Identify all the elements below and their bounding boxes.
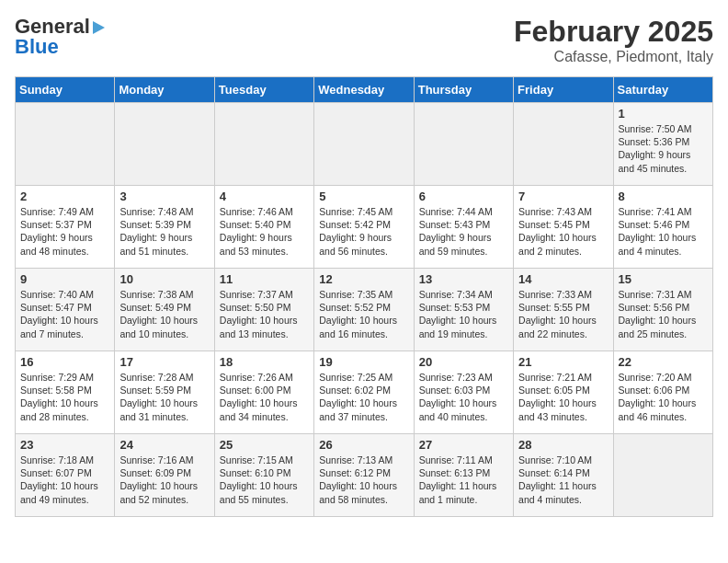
calendar-title: February 2025 [514, 15, 713, 49]
day-number: 12 [319, 272, 408, 286]
day-info: Sunrise: 7:34 AM Sunset: 5:53 PM Dayligh… [419, 288, 508, 340]
day-info: Sunrise: 7:26 AM Sunset: 6:00 PM Dayligh… [220, 371, 309, 423]
calendar-cell: 28Sunrise: 7:10 AM Sunset: 6:14 PM Dayli… [514, 434, 613, 517]
calendar-cell: 18Sunrise: 7:26 AM Sunset: 6:00 PM Dayli… [214, 351, 313, 434]
calendar-cell: 1Sunrise: 7:50 AM Sunset: 5:36 PM Daylig… [613, 103, 712, 186]
day-info: Sunrise: 7:11 AM Sunset: 6:13 PM Dayligh… [419, 454, 508, 506]
day-number: 25 [220, 438, 309, 452]
day-number: 16 [20, 355, 109, 369]
calendar-week-row: 1Sunrise: 7:50 AM Sunset: 5:36 PM Daylig… [16, 103, 713, 186]
calendar-cell: 26Sunrise: 7:13 AM Sunset: 6:12 PM Dayli… [314, 434, 414, 517]
day-info: Sunrise: 7:18 AM Sunset: 6:07 PM Dayligh… [20, 454, 109, 506]
calendar-cell [514, 103, 613, 186]
calendar-cell: 24Sunrise: 7:16 AM Sunset: 6:09 PM Dayli… [115, 434, 214, 517]
day-number: 2 [20, 190, 109, 203]
calendar-week-row: 23Sunrise: 7:18 AM Sunset: 6:07 PM Dayli… [16, 434, 713, 517]
day-number: 28 [518, 438, 608, 452]
day-of-week-header: Thursday [414, 77, 513, 103]
day-number: 11 [220, 272, 309, 286]
calendar-cell [115, 103, 214, 186]
calendar-cell: 4Sunrise: 7:46 AM Sunset: 5:40 PM Daylig… [214, 186, 313, 269]
calendar-cell [214, 103, 313, 186]
calendar-cell: 6Sunrise: 7:44 AM Sunset: 5:43 PM Daylig… [414, 186, 513, 269]
day-info: Sunrise: 7:31 AM Sunset: 5:56 PM Dayligh… [619, 288, 708, 340]
day-info: Sunrise: 7:44 AM Sunset: 5:43 PM Dayligh… [419, 205, 508, 258]
calendar-cell [414, 103, 513, 186]
day-info: Sunrise: 7:40 AM Sunset: 5:47 PM Dayligh… [20, 288, 109, 340]
day-of-week-header: Wednesday [314, 77, 414, 103]
calendar-cell: 16Sunrise: 7:29 AM Sunset: 5:58 PM Dayli… [16, 351, 115, 434]
day-number: 27 [419, 438, 508, 452]
calendar-cell [314, 103, 414, 186]
day-info: Sunrise: 7:45 AM Sunset: 5:42 PM Dayligh… [319, 205, 408, 258]
day-number: 14 [518, 272, 608, 286]
day-info: Sunrise: 7:20 AM Sunset: 6:06 PM Dayligh… [619, 371, 708, 423]
day-number: 23 [20, 438, 109, 452]
calendar-cell: 19Sunrise: 7:25 AM Sunset: 6:02 PM Dayli… [314, 351, 414, 434]
day-info: Sunrise: 7:50 AM Sunset: 5:36 PM Dayligh… [619, 122, 708, 175]
day-of-week-header: Sunday [16, 77, 115, 103]
day-number: 5 [319, 190, 408, 203]
day-info: Sunrise: 7:43 AM Sunset: 5:45 PM Dayligh… [518, 205, 608, 258]
day-of-week-header: Friday [514, 77, 613, 103]
calendar-cell: 3Sunrise: 7:48 AM Sunset: 5:39 PM Daylig… [115, 186, 214, 269]
logo: General Blue [15, 15, 105, 59]
day-number: 20 [419, 355, 508, 369]
day-info: Sunrise: 7:13 AM Sunset: 6:12 PM Dayligh… [319, 454, 408, 506]
calendar-header-row: SundayMondayTuesdayWednesdayThursdayFrid… [16, 77, 713, 103]
day-number: 9 [20, 272, 109, 286]
logo-blue: Blue [15, 35, 59, 59]
day-of-week-header: Saturday [613, 77, 712, 103]
day-info: Sunrise: 7:28 AM Sunset: 5:59 PM Dayligh… [119, 371, 209, 423]
calendar-cell [16, 103, 115, 186]
calendar-cell: 22Sunrise: 7:20 AM Sunset: 6:06 PM Dayli… [613, 351, 712, 434]
day-info: Sunrise: 7:16 AM Sunset: 6:09 PM Dayligh… [119, 454, 209, 506]
day-of-week-header: Monday [115, 77, 214, 103]
day-number: 3 [119, 190, 209, 203]
calendar-week-row: 2Sunrise: 7:49 AM Sunset: 5:37 PM Daylig… [16, 186, 713, 269]
day-info: Sunrise: 7:21 AM Sunset: 6:05 PM Dayligh… [518, 371, 608, 423]
day-info: Sunrise: 7:23 AM Sunset: 6:03 PM Dayligh… [419, 371, 508, 423]
day-info: Sunrise: 7:41 AM Sunset: 5:46 PM Dayligh… [619, 205, 708, 258]
calendar-cell: 23Sunrise: 7:18 AM Sunset: 6:07 PM Dayli… [16, 434, 115, 517]
day-number: 26 [319, 438, 408, 452]
day-number: 8 [619, 190, 708, 203]
calendar-subtitle: Cafasse, Piedmont, Italy [514, 49, 713, 65]
day-number: 15 [619, 272, 708, 286]
calendar-cell: 2Sunrise: 7:49 AM Sunset: 5:37 PM Daylig… [16, 186, 115, 269]
calendar-cell: 7Sunrise: 7:43 AM Sunset: 5:45 PM Daylig… [514, 186, 613, 269]
page-header: General Blue February 2025 Cafasse, Pied… [15, 15, 713, 65]
day-number: 10 [119, 272, 209, 286]
calendar-cell: 21Sunrise: 7:21 AM Sunset: 6:05 PM Dayli… [514, 351, 613, 434]
calendar-cell: 27Sunrise: 7:11 AM Sunset: 6:13 PM Dayli… [414, 434, 513, 517]
calendar-week-row: 9Sunrise: 7:40 AM Sunset: 5:47 PM Daylig… [16, 269, 713, 351]
day-info: Sunrise: 7:15 AM Sunset: 6:10 PM Dayligh… [220, 454, 309, 506]
calendar-cell: 17Sunrise: 7:28 AM Sunset: 5:59 PM Dayli… [115, 351, 214, 434]
day-number: 4 [220, 190, 309, 203]
calendar-cell: 5Sunrise: 7:45 AM Sunset: 5:42 PM Daylig… [314, 186, 414, 269]
day-info: Sunrise: 7:37 AM Sunset: 5:50 PM Dayligh… [220, 288, 309, 340]
calendar-cell: 14Sunrise: 7:33 AM Sunset: 5:55 PM Dayli… [514, 269, 613, 351]
calendar-cell: 15Sunrise: 7:31 AM Sunset: 5:56 PM Dayli… [613, 269, 712, 351]
day-info: Sunrise: 7:49 AM Sunset: 5:37 PM Dayligh… [20, 205, 109, 258]
calendar-cell: 11Sunrise: 7:37 AM Sunset: 5:50 PM Dayli… [214, 269, 313, 351]
day-number: 22 [619, 355, 708, 369]
calendar-cell: 25Sunrise: 7:15 AM Sunset: 6:10 PM Dayli… [214, 434, 313, 517]
day-info: Sunrise: 7:38 AM Sunset: 5:49 PM Dayligh… [119, 288, 209, 340]
day-number: 24 [119, 438, 209, 452]
calendar-cell: 20Sunrise: 7:23 AM Sunset: 6:03 PM Dayli… [414, 351, 513, 434]
calendar-cell: 12Sunrise: 7:35 AM Sunset: 5:52 PM Dayli… [314, 269, 414, 351]
calendar-cell: 13Sunrise: 7:34 AM Sunset: 5:53 PM Dayli… [414, 269, 513, 351]
day-of-week-header: Tuesday [214, 77, 313, 103]
day-number: 18 [220, 355, 309, 369]
day-number: 1 [619, 107, 708, 121]
day-number: 13 [419, 272, 508, 286]
calendar-cell [613, 434, 712, 517]
day-info: Sunrise: 7:29 AM Sunset: 5:58 PM Dayligh… [20, 371, 109, 423]
calendar-table: SundayMondayTuesdayWednesdayThursdayFrid… [15, 76, 713, 517]
day-number: 19 [319, 355, 408, 369]
calendar-week-row: 16Sunrise: 7:29 AM Sunset: 5:58 PM Dayli… [16, 351, 713, 434]
day-number: 7 [518, 190, 608, 203]
day-number: 6 [419, 190, 508, 203]
logo-arrow-icon [93, 21, 105, 34]
